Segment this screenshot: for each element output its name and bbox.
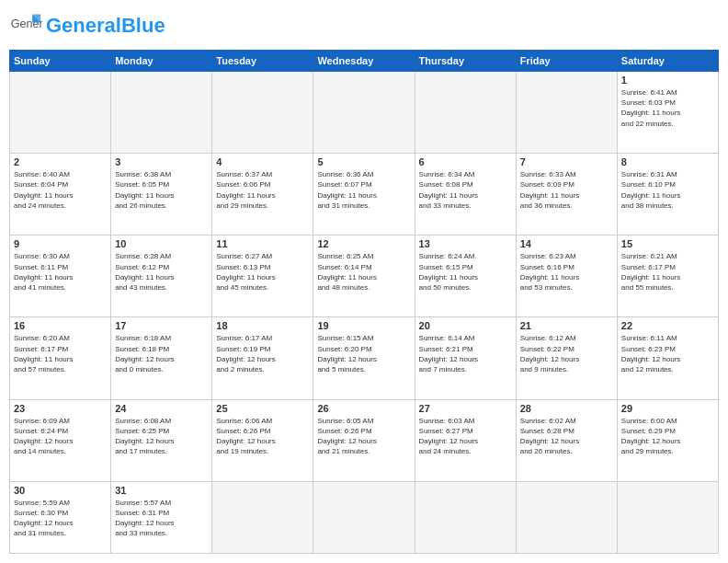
day-number: 16 xyxy=(14,320,107,331)
day-number: 2 xyxy=(14,156,107,167)
calendar-cell: 7Sunrise: 6:33 AM Sunset: 6:09 PM Daylig… xyxy=(516,154,617,236)
day-number: 30 xyxy=(14,485,107,496)
day-number: 26 xyxy=(317,403,410,414)
calendar-cell: 12Sunrise: 6:25 AM Sunset: 6:14 PM Dayli… xyxy=(313,236,415,317)
day-number: 15 xyxy=(621,238,714,249)
calendar-cell: 3Sunrise: 6:38 AM Sunset: 6:05 PM Daylig… xyxy=(111,154,212,236)
day-number: 25 xyxy=(216,403,309,414)
day-info: Sunrise: 6:40 AM Sunset: 6:04 PM Dayligh… xyxy=(14,169,107,211)
day-info: Sunrise: 6:37 AM Sunset: 6:06 PM Dayligh… xyxy=(216,169,309,211)
day-number: 4 xyxy=(216,156,309,167)
calendar-cell: 14Sunrise: 6:23 AM Sunset: 6:16 PM Dayli… xyxy=(516,236,617,317)
header: General GeneralBlue xyxy=(9,9,719,42)
calendar-cell xyxy=(415,481,516,553)
calendar-cell: 15Sunrise: 6:21 AM Sunset: 6:17 PM Dayli… xyxy=(617,236,718,317)
day-number: 5 xyxy=(317,156,410,167)
day-number: 13 xyxy=(419,238,512,249)
calendar-cell: 8Sunrise: 6:31 AM Sunset: 6:10 PM Daylig… xyxy=(617,154,718,236)
day-number: 7 xyxy=(520,156,613,167)
day-info: Sunrise: 6:33 AM Sunset: 6:09 PM Dayligh… xyxy=(520,169,613,211)
day-info: Sunrise: 6:20 AM Sunset: 6:17 PM Dayligh… xyxy=(14,333,107,374)
weekday-header-row: SundayMondayTuesdayWednesdayThursdayFrid… xyxy=(10,51,719,72)
day-number: 17 xyxy=(115,320,208,331)
calendar-cell: 24Sunrise: 6:08 AM Sunset: 6:25 PM Dayli… xyxy=(111,399,212,481)
day-info: Sunrise: 6:38 AM Sunset: 6:05 PM Dayligh… xyxy=(115,169,208,211)
calendar-cell: 17Sunrise: 6:18 AM Sunset: 6:18 PM Dayli… xyxy=(111,317,212,399)
day-number: 3 xyxy=(115,156,208,167)
calendar-cell xyxy=(617,481,718,553)
day-info: Sunrise: 6:41 AM Sunset: 6:03 PM Dayligh… xyxy=(621,87,714,129)
calendar-cell: 31Sunrise: 5:57 AM Sunset: 6:31 PM Dayli… xyxy=(111,481,212,553)
calendar-cell: 30Sunrise: 5:59 AM Sunset: 6:30 PM Dayli… xyxy=(10,481,111,553)
day-number: 31 xyxy=(115,485,208,496)
weekday-header-tuesday: Tuesday xyxy=(212,51,313,72)
day-number: 29 xyxy=(621,403,714,414)
day-number: 14 xyxy=(520,238,613,249)
day-info: Sunrise: 6:34 AM Sunset: 6:08 PM Dayligh… xyxy=(419,169,512,211)
weekday-header-sunday: Sunday xyxy=(10,51,111,72)
day-info: Sunrise: 6:14 AM Sunset: 6:21 PM Dayligh… xyxy=(419,333,512,374)
weekday-header-saturday: Saturday xyxy=(617,51,718,72)
logo-icon: General xyxy=(9,9,42,42)
weekday-header-monday: Monday xyxy=(111,51,212,72)
calendar-cell: 20Sunrise: 6:14 AM Sunset: 6:21 PM Dayli… xyxy=(415,317,516,399)
calendar-cell: 28Sunrise: 6:02 AM Sunset: 6:28 PM Dayli… xyxy=(516,399,617,481)
day-info: Sunrise: 6:11 AM Sunset: 6:23 PM Dayligh… xyxy=(621,333,714,374)
logo-text: GeneralBlue xyxy=(46,14,165,37)
calendar-cell: 25Sunrise: 6:06 AM Sunset: 6:26 PM Dayli… xyxy=(212,399,313,481)
calendar-cell xyxy=(415,72,516,154)
calendar-cell: 11Sunrise: 6:27 AM Sunset: 6:13 PM Dayli… xyxy=(212,236,313,317)
day-number: 24 xyxy=(115,403,208,414)
day-info: Sunrise: 5:59 AM Sunset: 6:30 PM Dayligh… xyxy=(14,498,107,539)
calendar-week-row: 30Sunrise: 5:59 AM Sunset: 6:30 PM Dayli… xyxy=(10,481,719,553)
day-number: 19 xyxy=(317,320,410,331)
day-number: 28 xyxy=(520,403,613,414)
day-info: Sunrise: 6:18 AM Sunset: 6:18 PM Dayligh… xyxy=(115,333,208,374)
calendar-week-row: 16Sunrise: 6:20 AM Sunset: 6:17 PM Dayli… xyxy=(10,317,719,399)
day-info: Sunrise: 6:21 AM Sunset: 6:17 PM Dayligh… xyxy=(621,251,714,293)
calendar-cell: 23Sunrise: 6:09 AM Sunset: 6:24 PM Dayli… xyxy=(10,399,111,481)
calendar-week-row: 9Sunrise: 6:30 AM Sunset: 6:11 PM Daylig… xyxy=(10,236,719,317)
day-info: Sunrise: 6:03 AM Sunset: 6:27 PM Dayligh… xyxy=(419,416,512,457)
calendar-cell: 21Sunrise: 6:12 AM Sunset: 6:22 PM Dayli… xyxy=(516,317,617,399)
day-info: Sunrise: 6:24 AM Sunset: 6:15 PM Dayligh… xyxy=(419,251,512,293)
calendar-cell: 18Sunrise: 6:17 AM Sunset: 6:19 PM Dayli… xyxy=(212,317,313,399)
calendar-cell xyxy=(10,72,111,154)
calendar-cell xyxy=(313,72,415,154)
calendar-cell: 22Sunrise: 6:11 AM Sunset: 6:23 PM Dayli… xyxy=(617,317,718,399)
day-number: 11 xyxy=(216,238,309,249)
day-info: Sunrise: 6:17 AM Sunset: 6:19 PM Dayligh… xyxy=(216,333,309,374)
weekday-header-wednesday: Wednesday xyxy=(313,51,415,72)
day-info: Sunrise: 6:23 AM Sunset: 6:16 PM Dayligh… xyxy=(520,251,613,293)
day-number: 21 xyxy=(520,320,613,331)
day-number: 22 xyxy=(621,320,714,331)
day-number: 9 xyxy=(14,238,107,249)
day-info: Sunrise: 6:00 AM Sunset: 6:29 PM Dayligh… xyxy=(621,416,714,457)
calendar-cell: 27Sunrise: 6:03 AM Sunset: 6:27 PM Dayli… xyxy=(415,399,516,481)
calendar-cell: 5Sunrise: 6:36 AM Sunset: 6:07 PM Daylig… xyxy=(313,154,415,236)
day-number: 6 xyxy=(419,156,512,167)
day-info: Sunrise: 6:12 AM Sunset: 6:22 PM Dayligh… xyxy=(520,333,613,374)
calendar-cell xyxy=(516,481,617,553)
day-info: Sunrise: 6:25 AM Sunset: 6:14 PM Dayligh… xyxy=(317,251,410,293)
calendar-cell: 13Sunrise: 6:24 AM Sunset: 6:15 PM Dayli… xyxy=(415,236,516,317)
day-info: Sunrise: 6:15 AM Sunset: 6:20 PM Dayligh… xyxy=(317,333,410,374)
calendar-cell: 10Sunrise: 6:28 AM Sunset: 6:12 PM Dayli… xyxy=(111,236,212,317)
calendar-cell xyxy=(313,481,415,553)
calendar-week-row: 2Sunrise: 6:40 AM Sunset: 6:04 PM Daylig… xyxy=(10,154,719,236)
calendar-cell: 29Sunrise: 6:00 AM Sunset: 6:29 PM Dayli… xyxy=(617,399,718,481)
day-number: 12 xyxy=(317,238,410,249)
day-number: 20 xyxy=(419,320,512,331)
calendar-cell: 26Sunrise: 6:05 AM Sunset: 6:26 PM Dayli… xyxy=(313,399,415,481)
day-info: Sunrise: 6:02 AM Sunset: 6:28 PM Dayligh… xyxy=(520,416,613,457)
day-info: Sunrise: 6:06 AM Sunset: 6:26 PM Dayligh… xyxy=(216,416,309,457)
day-info: Sunrise: 5:57 AM Sunset: 6:31 PM Dayligh… xyxy=(115,498,208,539)
day-number: 10 xyxy=(115,238,208,249)
day-info: Sunrise: 6:08 AM Sunset: 6:25 PM Dayligh… xyxy=(115,416,208,457)
day-number: 27 xyxy=(419,403,512,414)
calendar-table: SundayMondayTuesdayWednesdayThursdayFrid… xyxy=(9,50,719,554)
day-info: Sunrise: 6:09 AM Sunset: 6:24 PM Dayligh… xyxy=(14,416,107,457)
logo: General GeneralBlue xyxy=(9,9,165,42)
weekday-header-friday: Friday xyxy=(516,51,617,72)
calendar-cell: 4Sunrise: 6:37 AM Sunset: 6:06 PM Daylig… xyxy=(212,154,313,236)
